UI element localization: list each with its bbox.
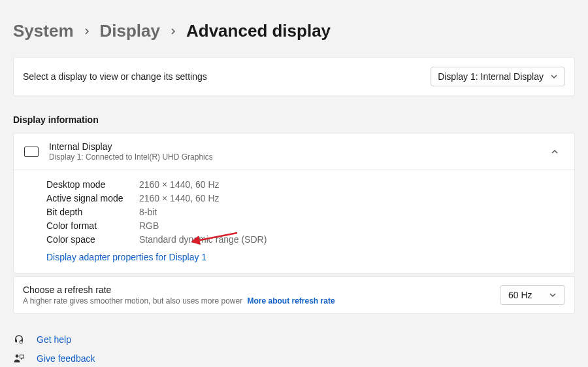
refresh-rate-title: Choose a refresh rate [23, 285, 500, 295]
info-row-color-format: Color format RGB [46, 220, 564, 231]
display-adapter-properties-link[interactable]: Display adapter properties for Display 1 [46, 252, 206, 262]
breadcrumb-system[interactable]: System [13, 21, 74, 41]
display-information-heading: Display information [13, 114, 575, 125]
display-selector-value: Display 1: Internal Display [438, 71, 544, 82]
chevron-down-icon [550, 73, 558, 80]
display-info-card: Internal Display Display 1: Connected to… [13, 133, 575, 273]
select-display-card: Select a display to view or change its s… [13, 57, 575, 96]
feedback-icon [13, 353, 25, 364]
more-about-refresh-rate-link[interactable]: More about refresh rate [248, 296, 335, 306]
breadcrumb-advanced-display: Advanced display [186, 21, 331, 41]
chevron-right-icon [83, 27, 91, 35]
refresh-rate-dropdown[interactable]: 60 Hz [500, 285, 565, 305]
refresh-rate-card: Choose a refresh rate A higher rate give… [13, 276, 575, 314]
display-selector-dropdown[interactable]: Display 1: Internal Display [431, 67, 565, 86]
chevron-up-icon [551, 148, 559, 156]
svg-point-1 [16, 355, 19, 358]
info-row-color-space: Color space Standard dynamic range (SDR) [46, 234, 564, 245]
info-row-desktop-mode: Desktop mode 2160 × 1440, 60 Hz [46, 179, 564, 190]
display-info-header[interactable]: Internal Display Display 1: Connected to… [14, 133, 574, 169]
info-row-bit-depth: Bit depth 8-bit [46, 207, 564, 217]
footer-links: Get help Give feedback [13, 334, 575, 364]
breadcrumb: System Display Advanced display [13, 0, 575, 57]
monitor-icon [24, 147, 39, 157]
give-feedback-link[interactable]: Give feedback [13, 353, 575, 364]
get-help-link[interactable]: Get help [13, 334, 575, 345]
chevron-down-icon [549, 291, 557, 299]
refresh-rate-value: 60 Hz [508, 290, 532, 300]
refresh-rate-subtitle: A higher rate gives smoother motion, but… [23, 296, 500, 306]
display-info-subtitle: Display 1: Connected to Intel(R) UHD Gra… [49, 152, 540, 162]
help-icon [13, 334, 25, 345]
display-info-body: Desktop mode 2160 × 1440, 60 Hz Active s… [14, 169, 574, 273]
chevron-right-icon [169, 27, 177, 35]
select-display-label: Select a display to view or change its s… [23, 71, 207, 82]
breadcrumb-display[interactable]: Display [100, 21, 161, 41]
info-row-active-signal-mode: Active signal mode 2160 × 1440, 60 Hz [46, 193, 564, 203]
display-info-title: Internal Display [49, 141, 540, 152]
